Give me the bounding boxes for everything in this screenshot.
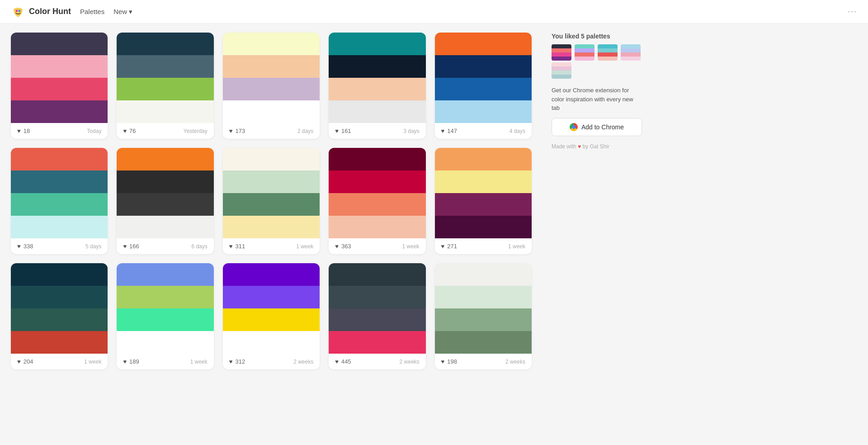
palette-likes: ♥18 [17,128,30,134]
color-swatch [435,78,532,100]
color-swatch [117,193,213,216]
color-swatch [435,33,532,55]
color-swatch [117,216,213,238]
logo-icon [11,5,25,19]
color-swatch [223,286,320,308]
like-count: 338 [24,243,33,250]
palette-card[interactable]: ♥1474 days [435,33,532,139]
palette-content: ♥18Today♥76Yesterday♥1732 days♥1613 days… [0,24,542,379]
palette-date: Today [87,128,101,134]
liked-palettes-grid [552,44,642,79]
color-swatch [11,286,108,308]
color-swatch [329,170,425,193]
heart-icon: ♥ [441,358,445,365]
color-swatch [11,55,108,78]
palette-card[interactable]: ♥1732 days [223,33,320,139]
color-swatch [223,78,320,100]
palette-card[interactable]: ♥3385 days [11,148,108,254]
heart-icon: ♥ [335,128,339,134]
palette-colors [435,148,532,238]
palette-likes: ♥445 [335,358,351,365]
chevron-down-icon: ▾ [129,8,132,16]
color-swatch [11,216,108,238]
heart-icon: ♥ [229,128,233,134]
color-swatch [329,33,425,55]
like-count: 204 [24,358,33,365]
palette-date: 5 days [85,243,101,250]
heart-icon: ♥ [17,128,21,134]
color-swatch [435,170,532,193]
liked-mini-palette[interactable] [575,44,594,61]
palette-card[interactable]: ♥2711 week [435,148,532,254]
palette-card[interactable]: ♥3631 week [329,148,425,254]
color-swatch [11,308,108,331]
like-count: 147 [447,128,457,134]
palette-date: 1 week [508,243,525,250]
palette-card[interactable]: ♥1982 weeks [435,263,532,369]
liked-mini-palette[interactable] [552,44,571,61]
color-swatch [329,100,425,123]
color-swatch [117,286,213,308]
liked-mini-swatch [552,57,571,61]
add-to-chrome-button[interactable]: Add to Chrome [552,118,642,136]
palette-card[interactable]: ♥3122 weeks [223,263,320,369]
liked-mini-swatch [552,62,571,66]
liked-mini-swatch [575,57,594,61]
liked-mini-palette[interactable] [598,44,618,61]
header-right: ··· [848,7,857,16]
nav-new-dropdown[interactable]: New ▾ [113,8,132,16]
palette-likes: ♥147 [441,128,457,134]
palette-date: 1 week [402,243,420,250]
liked-mini-palette[interactable] [552,62,571,79]
palette-date: 6 days [191,243,207,250]
liked-mini-palette[interactable] [621,44,641,61]
palette-colors [11,263,108,354]
logo-area[interactable]: Color Hunt [11,5,71,19]
palette-likes: ♥204 [17,358,33,365]
palette-card[interactable]: ♥1666 days [117,148,213,254]
liked-mini-swatch [598,48,618,52]
palette-colors [223,263,320,354]
header: Color Hunt Palettes New ▾ ··· [0,0,868,24]
palette-date: 2 weeks [400,359,420,365]
liked-mini-swatch [575,52,594,57]
like-count: 166 [129,243,139,250]
palette-date: 1 week [84,359,101,365]
like-count: 173 [236,128,245,134]
palette-card[interactable]: ♥3111 week [223,148,320,254]
palette-likes: ♥173 [229,128,245,134]
chrome-logo-icon [570,123,578,131]
color-swatch [11,170,108,193]
palette-card[interactable]: ♥18Today [11,33,108,139]
sidebar: You liked 5 palettes Get our Chrome exte… [542,24,651,379]
palette-date: 2 days [297,128,313,134]
palette-likes: ♥198 [441,358,457,365]
palette-colors [329,263,425,354]
heart-icon: ♥ [441,128,445,134]
palette-card[interactable]: ♥4452 weeks [329,263,425,369]
palette-card[interactable]: ♥76Yesterday [117,33,213,139]
color-swatch [11,263,108,286]
color-swatch [329,216,425,238]
color-swatch [117,308,213,331]
palette-date: 3 days [403,128,419,134]
like-count: 18 [24,128,30,134]
palette-likes: ♥271 [441,243,457,250]
liked-mini-swatch [552,48,571,52]
palette-colors [11,33,108,123]
color-swatch [329,331,425,354]
palette-card[interactable]: ♥2041 week [11,263,108,369]
color-swatch [435,193,532,216]
color-swatch [329,148,425,170]
palette-card[interactable]: ♥1613 days [329,33,425,139]
color-swatch [435,148,532,170]
palette-likes: ♥189 [123,358,139,365]
more-options-button[interactable]: ··· [848,7,857,16]
palette-card[interactable]: ♥1891 week [117,263,213,369]
heart-icon: ♥ [17,358,21,365]
palette-colors [223,33,320,123]
color-swatch [329,193,425,216]
nav-palettes[interactable]: Palettes [80,8,104,15]
liked-mini-swatch [621,44,641,48]
color-swatch [11,33,108,55]
